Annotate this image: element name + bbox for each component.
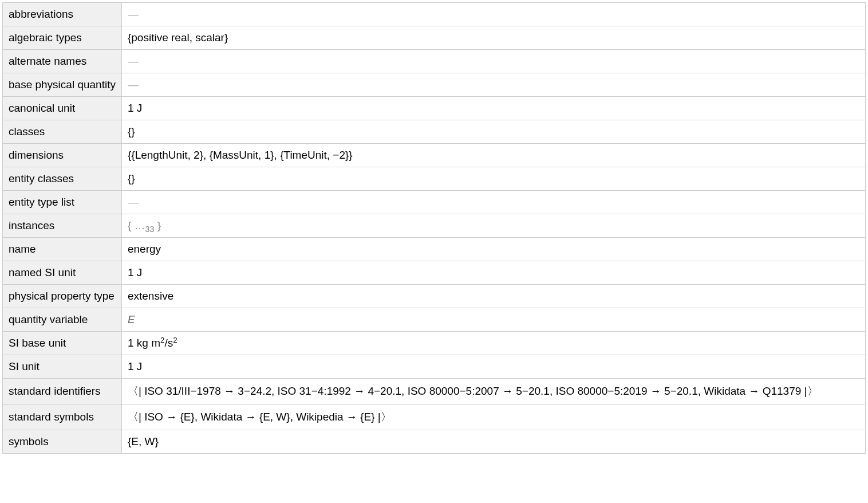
property-value: 1 J [121, 97, 865, 120]
property-value: E [121, 308, 865, 332]
table-row: alternate names— [3, 50, 866, 73]
table-row: entity type list— [3, 191, 866, 214]
value-text: 〈| ISO 31/III−1978 → 3−24.2, ISO 31−4:19… [128, 385, 818, 397]
property-value: energy [121, 238, 865, 261]
property-label: canonical unit [3, 97, 122, 120]
property-value: { …33 } [121, 214, 865, 238]
variable-value: E [128, 313, 135, 325]
value-text: energy [128, 243, 161, 255]
property-label: base physical quantity [3, 73, 122, 97]
table-row: canonical unit1 J [3, 97, 866, 120]
property-label: name [3, 238, 122, 261]
instances-summary[interactable]: { …33 } [128, 219, 161, 231]
property-label: standard symbols [3, 404, 122, 430]
property-label: algebraic types [3, 26, 122, 50]
property-value: 1 J [121, 355, 865, 379]
property-table: abbreviations—algebraic types{positive r… [2, 2, 866, 454]
property-label: quantity variable [3, 308, 122, 332]
brace-open: { [128, 219, 135, 231]
property-table-body: abbreviations—algebraic types{positive r… [3, 3, 866, 454]
property-label: SI unit [3, 355, 122, 379]
property-label: abbreviations [3, 3, 122, 26]
value-text: 1 J [128, 102, 142, 114]
property-label: symbols [3, 430, 122, 454]
unit-text: /s [164, 337, 173, 349]
ellipsis-icon: … [135, 219, 145, 231]
property-label: entity type list [3, 191, 122, 214]
property-label: alternate names [3, 50, 122, 73]
brace-close: } [154, 219, 161, 231]
table-row: physical property typeextensive [3, 285, 866, 308]
value-text: {} [128, 125, 135, 137]
table-row: standard symbols〈| ISO → {E}, Wikidata →… [3, 404, 866, 430]
table-row: dimensions{{LengthUnit, 2}, {MassUnit, 1… [3, 144, 866, 167]
property-label: named SI unit [3, 261, 122, 285]
unit-exponent: 2 [173, 336, 177, 344]
property-value: — [121, 3, 865, 26]
property-label: instances [3, 214, 122, 238]
unit-text: 1 kg m [128, 337, 160, 349]
table-row: quantity variableE [3, 308, 866, 332]
empty-value: — [128, 55, 139, 67]
table-row: named SI unit1 J [3, 261, 866, 285]
table-row: algebraic types{positive real, scalar} [3, 26, 866, 50]
property-label: classes [3, 120, 122, 144]
table-row: SI base unit1 kg m2/s2 [3, 332, 866, 355]
value-text: 1 J [128, 360, 142, 372]
table-row: classes{} [3, 120, 866, 144]
table-row: standard identifiers〈| ISO 31/III−1978 →… [3, 379, 866, 404]
table-row: symbols{E, W} [3, 430, 866, 454]
property-label: physical property type [3, 285, 122, 308]
value-text: 〈| ISO → {E}, Wikidata → {E, W}, Wikiped… [128, 411, 392, 423]
table-row: SI unit1 J [3, 355, 866, 379]
value-text: {{LengthUnit, 2}, {MassUnit, 1}, {TimeUn… [128, 149, 353, 161]
table-row: nameenergy [3, 238, 866, 261]
si-base-unit-value: 1 kg m2/s2 [128, 337, 177, 349]
property-value: 〈| ISO → {E}, Wikidata → {E, W}, Wikiped… [121, 404, 865, 430]
value-text: extensive [128, 290, 173, 302]
property-value: — [121, 73, 865, 97]
property-label: SI base unit [3, 332, 122, 355]
property-label: entity classes [3, 167, 122, 191]
value-text: {positive real, scalar} [128, 32, 228, 44]
table-row: base physical quantity— [3, 73, 866, 97]
property-value: 1 kg m2/s2 [121, 332, 865, 355]
property-value: 〈| ISO 31/III−1978 → 3−24.2, ISO 31−4:19… [121, 379, 865, 404]
property-value: {} [121, 120, 865, 144]
empty-value: — [128, 196, 139, 208]
property-value: {} [121, 167, 865, 191]
property-label: standard identifiers [3, 379, 122, 404]
instance-count: 33 [145, 225, 155, 234]
table-row: entity classes{} [3, 167, 866, 191]
property-value: — [121, 50, 865, 73]
property-value: extensive [121, 285, 865, 308]
empty-value: — [128, 78, 139, 91]
property-value: 1 J [121, 261, 865, 285]
value-text: {} [128, 172, 135, 184]
property-label: dimensions [3, 144, 122, 167]
empty-value: — [128, 8, 139, 20]
table-row: instances{ …33 } [3, 214, 866, 238]
property-value: {positive real, scalar} [121, 26, 865, 50]
property-value: {{LengthUnit, 2}, {MassUnit, 1}, {TimeUn… [121, 144, 865, 167]
value-text: 1 J [128, 266, 142, 278]
table-row: abbreviations— [3, 3, 866, 26]
property-value: — [121, 191, 865, 214]
property-value: {E, W} [121, 430, 865, 454]
value-text: {E, W} [128, 435, 159, 447]
